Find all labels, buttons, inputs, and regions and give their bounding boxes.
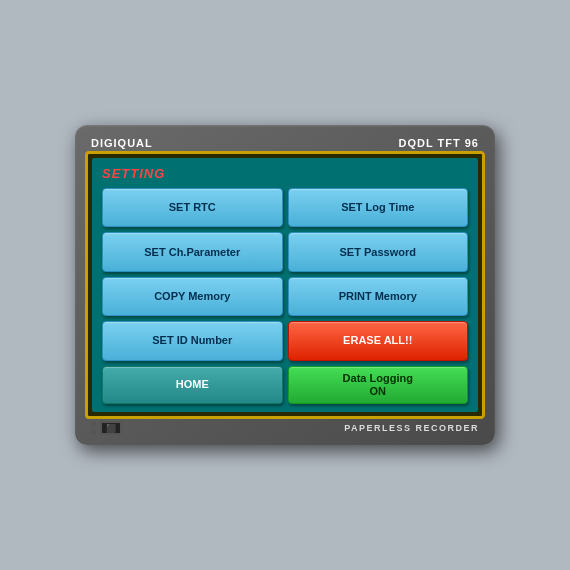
brand-left: DIGIQUAL — [91, 137, 153, 149]
device-label: PAPERLESS RECORDER — [344, 423, 479, 433]
device-header: DIGIQUAL DQDL TFT 96 — [85, 135, 485, 151]
screen: SETTING SET RTC SET Log Time SET Ch.Para… — [92, 158, 478, 412]
set-rtc-button[interactable]: SET RTC — [102, 188, 283, 227]
data-logging-button[interactable]: Data LoggingON — [288, 366, 469, 404]
dot-1 — [91, 422, 96, 427]
set-ch-parameter-button[interactable]: SET Ch.Parameter — [102, 232, 283, 271]
usb-icon: ⬛ — [106, 424, 116, 433]
indicator-dots — [91, 422, 96, 435]
home-button[interactable]: HOME — [102, 366, 283, 404]
device: DIGIQUAL DQDL TFT 96 SETTING SET RTC SET… — [75, 125, 495, 445]
device-footer: ⬛ PAPERLESS RECORDER — [85, 419, 485, 435]
set-log-time-button[interactable]: SET Log Time — [288, 188, 469, 227]
usb-port[interactable]: ⬛ — [100, 421, 122, 435]
bottom-row: HOME Data LoggingON — [102, 366, 468, 404]
screen-title: SETTING — [102, 166, 468, 181]
print-memory-button[interactable]: PRINT Memory — [288, 277, 469, 316]
brand-right: DQDL TFT 96 — [399, 137, 479, 149]
copy-memory-button[interactable]: COPY Memory — [102, 277, 283, 316]
usb-area: ⬛ — [91, 421, 122, 435]
dot-2 — [91, 430, 96, 435]
buttons-grid: SET RTC SET Log Time SET Ch.Parameter SE… — [102, 188, 468, 361]
screen-bezel: SETTING SET RTC SET Log Time SET Ch.Para… — [85, 151, 485, 419]
set-id-number-button[interactable]: SET ID Number — [102, 321, 283, 360]
erase-all-button[interactable]: ERASE ALL!! — [288, 321, 469, 360]
set-password-button[interactable]: SET Password — [288, 232, 469, 271]
